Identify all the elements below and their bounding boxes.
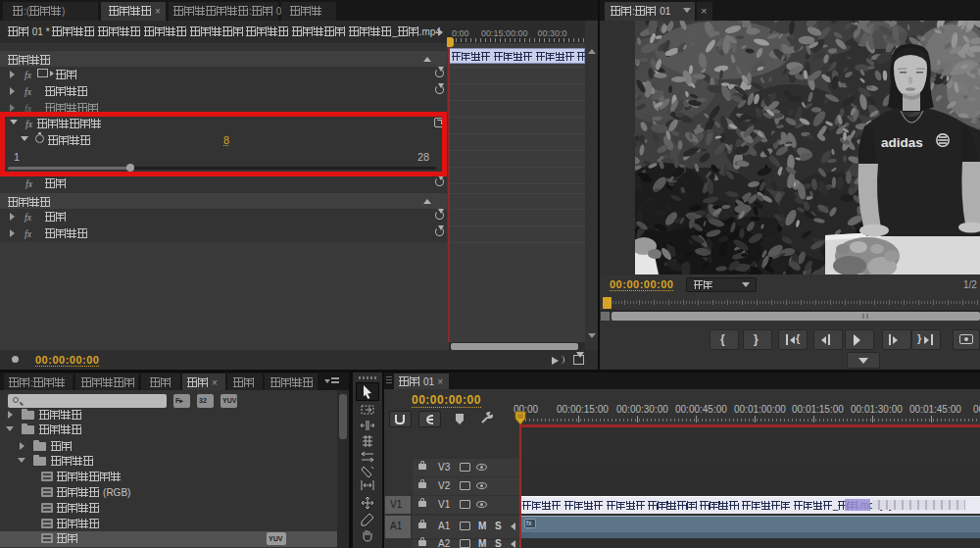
svg-text:adidas: adidas: [881, 135, 923, 150]
